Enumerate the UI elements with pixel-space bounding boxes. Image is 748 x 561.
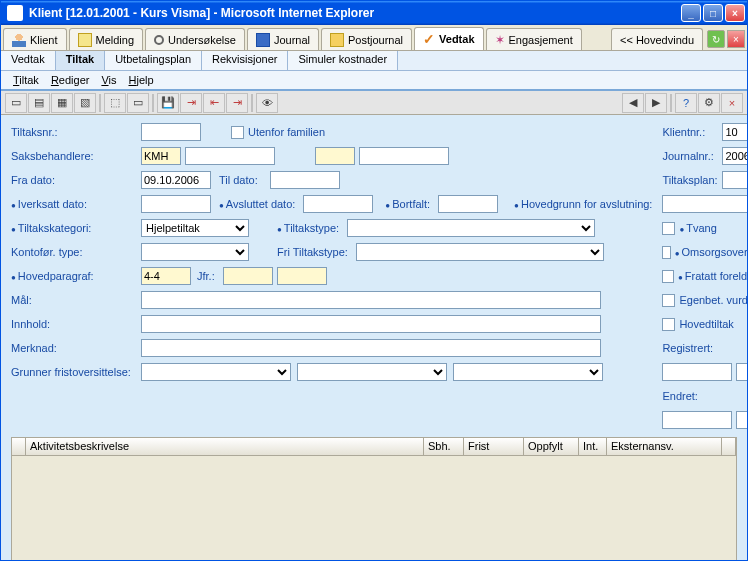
grid-col-end[interactable] bbox=[722, 438, 736, 455]
innhold-field[interactable] bbox=[141, 315, 601, 333]
label-journalnr: Journalnr.: bbox=[662, 150, 722, 162]
grid-col-ekstern[interactable]: Eksternansv. bbox=[607, 438, 722, 455]
tildato-field[interactable] bbox=[270, 171, 340, 189]
subtab-rekvisisjoner[interactable]: Rekvisisjoner bbox=[202, 51, 288, 70]
tool-8[interactable]: ⇥ bbox=[180, 93, 202, 113]
tiltaksplan-field[interactable] bbox=[722, 171, 747, 189]
grid-col-blank[interactable] bbox=[12, 438, 26, 455]
hovedtiltak-checkbox[interactable] bbox=[662, 318, 675, 331]
close-button[interactable]: × bbox=[725, 4, 745, 22]
grid-col-aktivitet[interactable]: Aktivitetsbeskrivelse bbox=[26, 438, 424, 455]
tab-postjournal[interactable]: Postjournal bbox=[321, 28, 412, 50]
minimize-button[interactable]: _ bbox=[681, 4, 701, 22]
tool-3[interactable]: ▦ bbox=[51, 93, 73, 113]
tool-save[interactable]: 💾 bbox=[157, 93, 179, 113]
refresh-button[interactable]: ↻ bbox=[707, 30, 725, 48]
label-hovedparagraf: Hovedparagraf: bbox=[11, 270, 141, 282]
menu-hjelp[interactable]: Hjelp bbox=[123, 72, 160, 88]
endret-date-field[interactable] bbox=[662, 411, 732, 429]
tiltakstype-select[interactable] bbox=[347, 219, 595, 237]
label-fratatt: Fratatt foreldreansv. bbox=[678, 270, 747, 282]
journalyear-field[interactable] bbox=[722, 147, 747, 165]
tab-close-button[interactable]: × bbox=[727, 30, 745, 48]
tab-klient[interactable]: Klient bbox=[3, 28, 67, 50]
menu-rediger[interactable]: Rediger bbox=[45, 72, 96, 88]
tool-new[interactable]: ▭ bbox=[5, 93, 27, 113]
utenfor-checkbox[interactable] bbox=[231, 126, 244, 139]
sb4-field[interactable] bbox=[359, 147, 449, 165]
label-avsluttet: Avsluttet dato: bbox=[219, 198, 299, 210]
star-icon: ✶ bbox=[495, 33, 505, 47]
saksbehandler2-field[interactable] bbox=[185, 147, 275, 165]
klientnr-field[interactable] bbox=[722, 123, 747, 141]
bortfalt-field[interactable] bbox=[438, 195, 498, 213]
label-grunner: Grunner fristoversittelse: bbox=[11, 367, 141, 378]
tab-journal[interactable]: Journal bbox=[247, 28, 319, 50]
menu-tiltak[interactable]: Tiltak bbox=[7, 72, 45, 88]
label-hovedgrunn: Hovedgrunn for avslutning: bbox=[514, 198, 656, 210]
menu-vis[interactable]: Vis bbox=[95, 72, 122, 88]
tool-6[interactable]: ▭ bbox=[127, 93, 149, 113]
tab-hovedvindu[interactable]: << Hovedvindu bbox=[611, 28, 703, 50]
hovedgrunn-select[interactable] bbox=[662, 195, 747, 213]
label-tiltakstype: Tiltakstype: bbox=[277, 222, 343, 234]
fritiltakstype-select[interactable] bbox=[356, 243, 604, 261]
avsluttet-field[interactable] bbox=[303, 195, 373, 213]
tool-exit[interactable]: × bbox=[721, 93, 743, 113]
fratatt-checkbox[interactable] bbox=[662, 270, 674, 283]
registrert-by-field[interactable] bbox=[736, 363, 747, 381]
tool-9[interactable]: ⇤ bbox=[203, 93, 225, 113]
grid-col-frist[interactable]: Frist bbox=[464, 438, 524, 455]
grunner3-select[interactable] bbox=[453, 363, 603, 381]
menubar: Tiltak Rediger Vis Hjelp bbox=[1, 71, 747, 91]
tool-find[interactable]: 👁 bbox=[256, 93, 278, 113]
sb3-field[interactable] bbox=[315, 147, 355, 165]
jfr2-field[interactable] bbox=[277, 267, 327, 285]
label-innhold: Innhold: bbox=[11, 318, 141, 330]
tab-undersokelse[interactable]: Undersøkelse bbox=[145, 28, 245, 50]
saksbehandler-field[interactable] bbox=[141, 147, 181, 165]
iverksatt-field[interactable] bbox=[141, 195, 211, 213]
merknad-field[interactable] bbox=[141, 339, 601, 357]
grid-col-int[interactable]: Int. bbox=[579, 438, 607, 455]
label-tiltakskategori: Tiltakskategori: bbox=[11, 222, 141, 234]
tool-5[interactable]: ⬚ bbox=[104, 93, 126, 113]
label-fradato: Fra dato: bbox=[11, 174, 141, 186]
tab-melding[interactable]: Melding bbox=[69, 28, 144, 50]
tool-settings[interactable]: ⚙ bbox=[698, 93, 720, 113]
tool-10[interactable]: ⇥ bbox=[226, 93, 248, 113]
fradato-field[interactable] bbox=[141, 171, 211, 189]
main-tabbar: Klient Melding Undersøkelse Journal Post… bbox=[1, 25, 747, 51]
omsorg-checkbox[interactable] bbox=[662, 246, 670, 259]
tiltakskategori-select[interactable]: Hjelpetiltak bbox=[141, 219, 249, 237]
grid-col-oppfylt[interactable]: Oppfylt bbox=[524, 438, 579, 455]
tvang-checkbox[interactable] bbox=[662, 222, 675, 235]
subtab-vedtak[interactable]: Vedtak bbox=[1, 51, 56, 70]
tool-next[interactable]: ▶ bbox=[645, 93, 667, 113]
mal-field[interactable] bbox=[141, 291, 601, 309]
grid-col-sbh[interactable]: Sbh. bbox=[424, 438, 464, 455]
maximize-button[interactable]: □ bbox=[703, 4, 723, 22]
grid-header: Aktivitetsbeskrivelse Sbh. Frist Oppfylt… bbox=[12, 438, 736, 456]
subtab-simuler[interactable]: Simuler kostnader bbox=[288, 51, 398, 70]
registrert-date-field[interactable] bbox=[662, 363, 732, 381]
grunner2-select[interactable] bbox=[297, 363, 447, 381]
label-kontofortype: Kontofør. type: bbox=[11, 246, 141, 258]
tool-4[interactable]: ▧ bbox=[74, 93, 96, 113]
tab-vedtak[interactable]: ✓Vedtak bbox=[414, 27, 483, 50]
endret-by-field[interactable] bbox=[736, 411, 747, 429]
tool-2[interactable]: ▤ bbox=[28, 93, 50, 113]
tiltaksnr-field[interactable] bbox=[141, 123, 201, 141]
egenbet-checkbox[interactable] bbox=[662, 294, 675, 307]
tool-help[interactable]: ? bbox=[675, 93, 697, 113]
jfr1-field[interactable] bbox=[223, 267, 273, 285]
grunner1-select[interactable] bbox=[141, 363, 291, 381]
label-bortfalt: Bortfalt: bbox=[385, 198, 434, 210]
subtab-tiltak[interactable]: Tiltak bbox=[56, 51, 106, 70]
tab-engasjement[interactable]: ✶Engasjement bbox=[486, 28, 582, 50]
kontofortype-select[interactable] bbox=[141, 243, 249, 261]
message-icon bbox=[78, 33, 92, 47]
tool-prev[interactable]: ◀ bbox=[622, 93, 644, 113]
hovedparagraf-field[interactable] bbox=[141, 267, 191, 285]
subtab-utbetalingsplan[interactable]: Utbetalingsplan bbox=[105, 51, 202, 70]
